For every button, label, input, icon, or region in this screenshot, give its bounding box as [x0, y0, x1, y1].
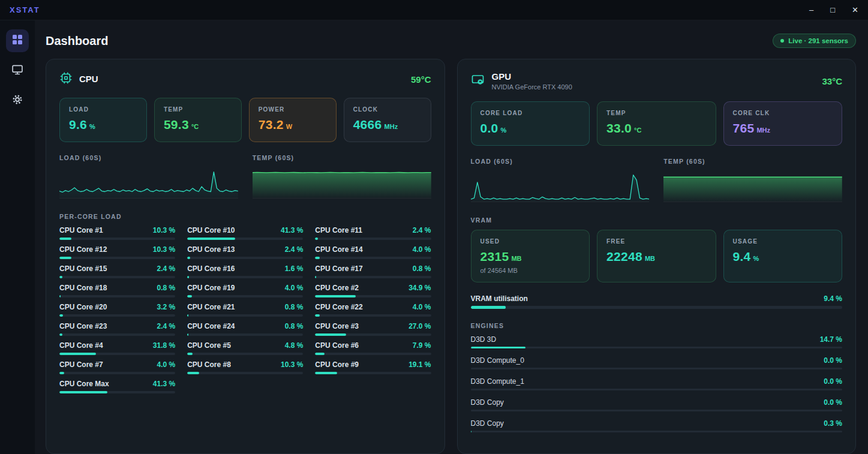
page-title: Dashboard — [46, 34, 108, 48]
stat-unit: MB — [511, 255, 521, 262]
engine-load-bar — [471, 368, 843, 369]
core-name: CPU Core #9 — [315, 360, 359, 369]
engine-load-bar-fill — [471, 347, 525, 348]
core-name: CPU Core #5 — [187, 341, 231, 350]
core-load-value: 0.8 % — [413, 264, 431, 273]
core-name: CPU Core #12 — [59, 245, 107, 254]
core-name: CPU Core #19 — [187, 284, 235, 292]
stat-tile: TEMP 33.0 °C — [597, 101, 716, 146]
core-name: CPU Core #2 — [315, 284, 359, 292]
core-load-bar-fill — [315, 295, 355, 297]
sidebar-item-dashboard[interactable] — [6, 29, 29, 52]
core-load-value: 4.0 % — [413, 245, 431, 254]
core-load-value: 4.0 % — [157, 360, 175, 369]
stat-tile: CORE CLK 765 MHz — [723, 101, 843, 146]
core-load-value: 19.1 % — [409, 360, 431, 369]
stat-label: LOAD — [69, 106, 137, 113]
engine-load-bar — [471, 347, 843, 348]
stat-tile: CORE LOAD 0.0 % — [471, 101, 590, 146]
close-button[interactable]: ✕ — [852, 6, 858, 14]
engine-load-value: 0.3 % — [824, 419, 842, 428]
core-load-value: 34.9 % — [409, 284, 431, 292]
stat-label: CORE CLK — [733, 110, 833, 116]
stat-unit: MHz — [385, 123, 398, 130]
page-header: Dashboard Live · 291 sensors — [46, 34, 856, 48]
core-load-item: CPU Core #2 34.9 % — [315, 284, 431, 297]
engine-name: D3D Compute_0 — [471, 356, 524, 365]
core-load-value: 10.3 % — [153, 245, 175, 254]
core-load-item: CPU Core #18 0.8 % — [59, 284, 175, 297]
monitor-icon — [11, 64, 23, 78]
stat-label: USED — [480, 238, 581, 245]
gpu-load-chart-block: LOAD (60S) — [471, 158, 650, 202]
cpu-chip-icon — [59, 71, 73, 87]
core-load-value: 4.0 % — [413, 303, 431, 311]
minimize-button[interactable]: – — [809, 6, 813, 14]
core-name: CPU Core #22 — [315, 303, 362, 311]
core-load-bar-fill — [187, 295, 192, 297]
core-load-bar — [59, 295, 175, 297]
stat-value: 22248 — [606, 249, 642, 264]
gpu-temp-chart-label: TEMP (60S) — [663, 158, 842, 165]
engine-load-bar — [471, 431, 843, 432]
core-load-value: 10.3 % — [281, 360, 303, 369]
engine-name: D3D Compute_1 — [471, 377, 524, 386]
cpu-load-chart-block: LOAD (60S) — [59, 154, 238, 199]
engine-name: D3D 3D — [471, 335, 497, 344]
core-load-item: CPU Core #7 4.0 % — [59, 360, 175, 374]
core-load-bar-fill — [59, 276, 62, 278]
core-load-bar-fill — [59, 314, 63, 317]
stat-subtext: of 24564 MB — [480, 267, 581, 274]
core-load-bar-fill — [315, 333, 346, 336]
core-load-item: CPU Core #6 7.9 % — [315, 341, 431, 355]
core-name: CPU Core #20 — [59, 303, 107, 311]
core-load-bar-fill — [315, 314, 320, 317]
stat-value: 33.0 — [606, 121, 632, 136]
window-controls: – □ ✕ — [809, 6, 858, 14]
core-load-value: 3.2 % — [157, 303, 175, 311]
core-name: CPU Core #14 — [315, 245, 362, 254]
cpu-temp-chart-block: TEMP (60S) — [253, 154, 431, 199]
core-load-bar — [187, 372, 303, 374]
gpu-card-icon — [471, 73, 485, 89]
core-load-value: 2.4 % — [157, 264, 175, 273]
core-load-bar-fill — [315, 276, 316, 278]
engines-list: D3D 3D 14.7 % D3D Compute_0 0.0 % D3D Co… — [471, 335, 843, 432]
core-name: CPU Core #4 — [59, 341, 103, 350]
core-load-bar-fill — [315, 257, 320, 259]
core-name: CPU Core #6 — [315, 341, 359, 350]
core-name: CPU Core #13 — [187, 245, 235, 254]
sidebar-item-settings[interactable] — [6, 89, 29, 112]
core-load-item: CPU Core #16 1.6 % — [187, 264, 303, 278]
stat-value: 2315 — [480, 249, 509, 264]
core-load-bar — [315, 333, 431, 336]
core-load-bar — [315, 353, 431, 355]
stat-label: TEMP — [606, 110, 707, 116]
stat-label: TEMP — [164, 106, 232, 113]
vram-section-title: VRAM — [471, 217, 843, 224]
stat-unit: % — [753, 255, 759, 262]
engine-load-value: 14.7 % — [820, 335, 842, 344]
stat-label: FREE — [606, 238, 707, 245]
core-load-item: CPU Core #15 2.4 % — [59, 264, 175, 278]
core-load-bar — [59, 333, 175, 336]
engine-load-value: 0.0 % — [824, 356, 842, 365]
app-logo: XSTAT — [10, 5, 40, 14]
sidebar-item-displays[interactable] — [6, 59, 29, 82]
core-load-value: 2.4 % — [157, 322, 175, 330]
stat-unit: % — [501, 127, 507, 134]
core-load-bar — [315, 372, 431, 374]
engine-load-bar-fill — [471, 431, 472, 432]
core-name: CPU Core Max — [59, 380, 109, 388]
stat-unit: MB — [645, 255, 655, 262]
engine-load-bar — [471, 389, 843, 390]
gpu-card-subtitle: NVIDIA GeForce RTX 4090 — [492, 83, 572, 91]
core-name: CPU Core #18 — [59, 284, 107, 292]
core-load-bar — [187, 353, 303, 355]
stat-tile: USAGE 9.4 % — [723, 230, 843, 282]
core-load-bar — [59, 353, 175, 355]
engine-row: D3D Copy 0.0 % — [471, 398, 843, 411]
maximize-button[interactable]: □ — [830, 6, 835, 14]
core-name: CPU Core #1 — [59, 226, 103, 234]
core-load-bar — [187, 237, 303, 240]
